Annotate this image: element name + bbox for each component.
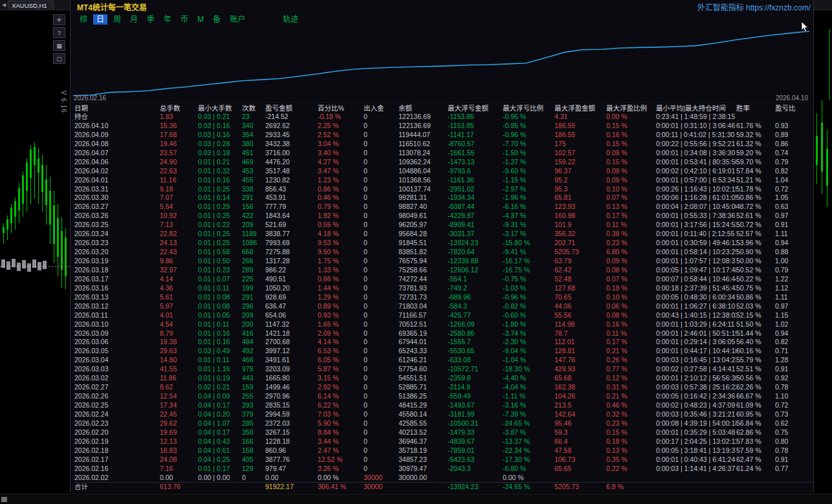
tab-月[interactable]: 月 (127, 14, 141, 25)
table-cell: 98827.40 (399, 203, 448, 212)
column-header: 最小大手数 (198, 103, 242, 113)
table-cell: 2026.02.23 (74, 419, 160, 428)
table-cell: 2026.03.25 (74, 221, 160, 230)
table-cell: 0.11 % (606, 221, 656, 230)
table-cell: 0.03 | 0.49 (198, 347, 242, 356)
table-cell: 3.47 % (318, 167, 364, 176)
table-cell: 156 (242, 203, 265, 212)
table-cell: 0.03 | 0.28 (198, 140, 242, 149)
table-cell: -7.70 % (503, 140, 554, 149)
table-cell: 613.76 (160, 483, 198, 492)
back-arrow-icon[interactable]: ◀ (0, 2, 8, 8)
table-cell: 48.72 % (736, 203, 775, 212)
table-cell: 0.15 % (606, 140, 656, 149)
table-cell: -3.17 % (503, 230, 554, 239)
table-cell: 521.69 (265, 221, 318, 230)
tab-账户[interactable]: 账户 (226, 14, 248, 25)
table-cell: -1473.13 (448, 158, 503, 167)
table-cell: 0.01 | 0.11 (198, 320, 242, 329)
table-cell: 6.8 % (606, 483, 656, 492)
table-cell: 50.22 % (736, 275, 775, 284)
table-cell: 70512.51 (399, 320, 448, 329)
table-cell: 0 (364, 347, 399, 356)
table-cell: 0 (364, 176, 399, 185)
table-cell: 16.83 (160, 446, 198, 455)
table-cell: 5.97 (160, 302, 198, 311)
table-cell: 0.04 | 0.25 (198, 455, 242, 465)
table-cell: -4229.97 (448, 212, 503, 221)
table-row: 2026.04.0624.900.01 | 0.214694476.204.27… (74, 158, 813, 167)
indicator-website-link[interactable]: 外汇智能指标 https://fxznzb.com/ (697, 1, 811, 12)
table-row: 2026.03.0414.800.01 | 0.114663491.616.05… (74, 356, 813, 365)
table-cell: 2026.03.23 (74, 239, 160, 248)
table-cell: 55.56 (554, 311, 606, 320)
table-cell: 57754.60 (399, 365, 448, 374)
table-cell: -17.30 % (503, 455, 554, 465)
table-cell: 162.38 (554, 383, 606, 392)
tab-日[interactable]: 日 (93, 14, 107, 25)
table-cell: 0 (364, 392, 399, 401)
table-cell: 1.92 % (318, 212, 364, 221)
table-cell: 0:00:07 | 0:58:44 | 10:46:44 (656, 275, 736, 284)
table-cell: 0.00 | 0.00 (198, 474, 242, 483)
mouse-cursor (801, 21, 810, 36)
tab-M[interactable]: M (194, 14, 207, 25)
table-cell: 777.79 (265, 203, 318, 212)
table-cell: 0.01 | 0.25 (198, 212, 242, 221)
table-cell: -749.2 (448, 284, 503, 293)
table-cell: 19.69 (160, 428, 198, 437)
table-cell: 60.16 % (736, 347, 775, 356)
table-cell: 0 (364, 356, 399, 365)
table-row: 2026.03.319.180.01 | 0.25338856.430.86 %… (74, 185, 813, 194)
table-cell: 51.78 % (736, 185, 775, 194)
table-cell: 0.63 (775, 203, 810, 212)
table-cell: 0.94 (775, 239, 810, 248)
table-row: 2026.04.0819.460.03 | 0.283803432.383.04… (74, 140, 813, 149)
tab-季[interactable]: 季 (144, 14, 158, 25)
table-cell: 52.15 % (736, 311, 775, 320)
table-cell: 0.80 (775, 437, 810, 446)
table-cell: 2026.02.27 (74, 383, 160, 392)
tab-综[interactable]: 综 (76, 14, 91, 25)
table-cell: 306.41 % (318, 483, 364, 492)
table-cell: 0.04 | 0.61 (198, 446, 242, 455)
table-cell (606, 474, 656, 483)
table-cell: 78.7 (554, 329, 606, 338)
table-cell: 4.14 (160, 275, 198, 284)
tab-周[interactable]: 周 (110, 14, 124, 25)
table-cell: 83851.82 (399, 248, 448, 257)
tab-币[interactable]: 币 (177, 14, 192, 25)
table-cell: 0 (364, 320, 399, 329)
table-cell: 856.43 (265, 185, 318, 194)
table-cell: 41.55 (160, 365, 198, 374)
table-cell: 293 (242, 401, 265, 410)
tab-备[interactable]: 备 (210, 14, 224, 25)
table-cell: 0:00:01 | 0:57:00 | 6:53:34 (656, 176, 736, 185)
table-cell (656, 483, 736, 492)
tab-轨迹[interactable]: 轨迹 (279, 14, 301, 25)
table-cell: 0.08 % (606, 311, 656, 320)
tile-windows-icon[interactable]: ▦ (53, 40, 65, 51)
table-cell: 47.58 (554, 446, 606, 455)
table-cell: 466 (242, 356, 265, 365)
chart-tab-xauusd-h1[interactable]: XAUUSD,H1 (8, 1, 53, 10)
table-cell: 8.79 (160, 329, 198, 338)
scroll-grip[interactable] (1, 497, 7, 502)
new-window-icon[interactable]: ▢ (53, 53, 65, 64)
table-cell: 4.14 % (318, 338, 364, 347)
table-cell: 0.01 | 0.14 (198, 193, 242, 203)
table-cell: 0 (364, 410, 399, 419)
table-cell: 12.54 (160, 392, 198, 401)
table-cell: 0:00:26 | 1:16:43 | 10:02:15 (656, 185, 736, 194)
table-cell: 0.01 | 0.21 (198, 158, 242, 167)
table-cell: 44.06 (554, 302, 606, 311)
crosshair-icon[interactable]: ✛ (53, 14, 65, 25)
table-cell: 4476.20 (265, 158, 318, 167)
table-cell: 128.81 (554, 347, 606, 356)
daily-stats-table: 日期总手数最小大手数次数盈亏金额百分比%出入金余额最大浮亏金额最大浮亏比例最大浮… (71, 103, 813, 492)
table-cell: 0.15 % (606, 122, 656, 131)
tab-年[interactable]: 年 (160, 14, 175, 25)
table-cell: 59.32 % (736, 131, 775, 140)
table-cell: 0:00:02 | 0:42:10 | 6:19:01 (656, 167, 736, 176)
help-icon[interactable]: ? (53, 27, 65, 38)
